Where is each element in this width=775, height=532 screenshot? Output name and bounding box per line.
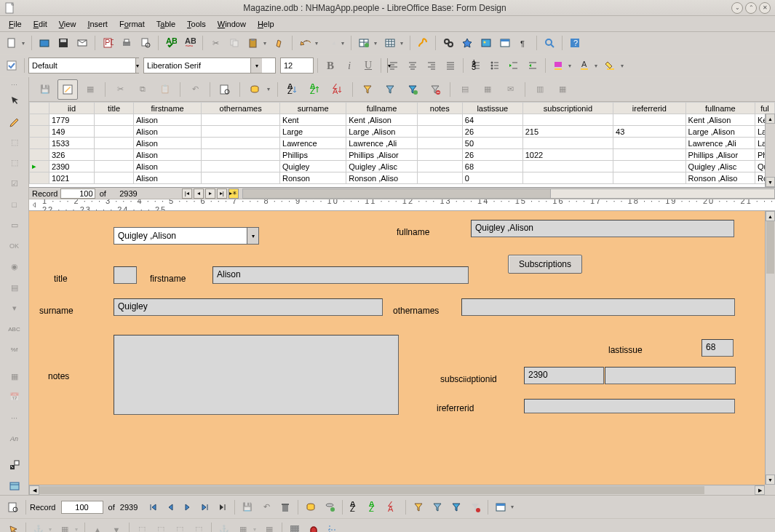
- email-button[interactable]: [73, 34, 91, 52]
- tofront-button[interactable]: ▲: [89, 521, 106, 533]
- spellcheck-button[interactable]: ABC: [162, 34, 180, 52]
- styles-button[interactable]: [3, 57, 20, 74]
- bg-color-button[interactable]: [602, 57, 619, 74]
- col-fullname2[interactable]: fullname: [685, 103, 755, 114]
- wizards-button[interactable]: [5, 456, 24, 475]
- menu-window[interactable]: Window: [212, 18, 252, 30]
- save-button[interactable]: [55, 34, 72, 52]
- table-vscroll[interactable]: ▲▼: [765, 114, 775, 187]
- col-notes[interactable]: notes: [417, 103, 462, 114]
- sort-desc-button[interactable]: ZA: [327, 79, 348, 100]
- prev2-button[interactable]: [162, 499, 178, 515]
- record-select-combo[interactable]: Quigley ,Alison ▾: [114, 227, 259, 245]
- ungroup-button[interactable]: ⬚: [152, 521, 170, 533]
- formfilter-button[interactable]: [448, 499, 465, 516]
- field-subscriptionid-2[interactable]: [605, 367, 736, 384]
- new2-button[interactable]: [215, 499, 231, 515]
- navigator-button[interactable]: [458, 34, 476, 52]
- field-surname[interactable]: Quigley: [114, 298, 383, 316]
- help-button[interactable]: ?: [566, 34, 584, 52]
- form-vscroll[interactable]: ▲▼: [765, 211, 775, 485]
- record-num2-input[interactable]: [61, 501, 103, 514]
- maximize-button[interactable]: ⌃: [745, 2, 757, 14]
- clone-button[interactable]: [271, 34, 288, 52]
- nav-tool[interactable]: An: [5, 430, 24, 448]
- select2-tool[interactable]: [4, 521, 22, 533]
- control-button[interactable]: ⬚: [5, 133, 24, 151]
- arrange2-button[interactable]: ▦: [261, 521, 278, 533]
- align-center-button[interactable]: [404, 57, 421, 74]
- remove-filter-button[interactable]: [425, 79, 445, 100]
- col-ireferrerid[interactable]: ireferrerid: [613, 103, 685, 114]
- ds-dropdown[interactable]: ▾: [511, 504, 517, 510]
- bullets-button[interactable]: [486, 57, 504, 74]
- autofilter-button[interactable]: [357, 79, 378, 100]
- italic-button[interactable]: i: [341, 57, 358, 74]
- col-surname[interactable]: surname: [280, 103, 346, 114]
- exit-group-button[interactable]: ⬚: [190, 521, 207, 533]
- table-row[interactable]: 1779AlisonKentKent ,Alison64Kent ,Alison…: [30, 114, 775, 126]
- undo-button[interactable]: [296, 34, 314, 52]
- menu-edit[interactable]: Edit: [28, 18, 53, 30]
- table-row[interactable]: ▸2390AlisonQuigleyQuigley ,Alisc68Quigle…: [30, 161, 775, 172]
- print-button[interactable]: [118, 34, 135, 52]
- col-iid[interactable]: iid: [49, 103, 94, 114]
- last2-button[interactable]: [197, 499, 213, 515]
- menu-table[interactable]: Table: [151, 18, 181, 30]
- bgcolor-dropdown[interactable]: ▾: [621, 63, 627, 69]
- pushbutton-tool[interactable]: OK: [5, 237, 24, 255]
- menu-tools[interactable]: Tools: [181, 18, 212, 30]
- find-button[interactable]: [440, 34, 457, 52]
- subscriptions-button[interactable]: Subscriptions: [508, 255, 582, 274]
- combo-dropdown-button[interactable]: ▾: [247, 228, 258, 244]
- refresh2-button[interactable]: [302, 499, 319, 516]
- autofilter2-button[interactable]: [410, 499, 427, 516]
- arrange-button[interactable]: ▦: [234, 521, 252, 533]
- datasources-button[interactable]: [496, 34, 514, 52]
- field-lastissue[interactable]: 68: [702, 339, 734, 357]
- form-hscroll[interactable]: ◀▶: [29, 485, 765, 495]
- col-firstname[interactable]: firstname: [134, 103, 202, 114]
- new-dropdown[interactable]: ▾: [22, 40, 28, 47]
- field-othernames[interactable]: [461, 298, 735, 316]
- field-notes[interactable]: [114, 335, 399, 415]
- sort-asc-button[interactable]: AZ: [305, 79, 325, 100]
- sort-button[interactable]: AZ: [282, 79, 303, 100]
- draw-button[interactable]: [414, 34, 432, 52]
- minimize-button[interactable]: ⌄: [731, 2, 743, 14]
- ds-cur-button[interactable]: ▥: [530, 79, 550, 100]
- highlight-dropdown[interactable]: ▾: [568, 63, 574, 69]
- find-record-button[interactable]: [215, 79, 235, 100]
- display-grid-button[interactable]: [286, 521, 303, 533]
- apply-filter-button[interactable]: [380, 79, 400, 100]
- position-button[interactable]: ⚓: [215, 521, 233, 533]
- horizontal-ruler[interactable]: ⨞ 1 · · · 2 · · · 3 · · · 4 · · · 5 · · …: [29, 199, 775, 211]
- paste-dropdown[interactable]: ▾: [263, 40, 269, 47]
- show-grid-button[interactable]: [381, 34, 399, 52]
- listbox-tool[interactable]: ▤: [5, 279, 24, 297]
- sortasc2-button[interactable]: AZ: [365, 499, 383, 516]
- prev-record-button[interactable]: ◂: [194, 188, 204, 199]
- grid-dropdown[interactable]: ▾: [400, 40, 406, 47]
- align-right-button[interactable]: [423, 57, 440, 74]
- new-record-button[interactable]: ▸✳: [228, 188, 239, 199]
- refresh-button[interactable]: [245, 79, 265, 100]
- save-rec-button[interactable]: 💾: [239, 499, 256, 516]
- fontcolor-dropdown[interactable]: ▾: [595, 63, 600, 69]
- cut-button[interactable]: ✂: [207, 34, 224, 52]
- data2-button[interactable]: ▦: [80, 79, 100, 100]
- para-style-input[interactable]: [29, 58, 135, 73]
- refresh-control-button[interactable]: [321, 499, 338, 516]
- preview-button[interactable]: [137, 34, 154, 52]
- menu-format[interactable]: Format: [114, 18, 151, 30]
- last-record-button[interactable]: ▸|: [217, 188, 227, 199]
- copy-button[interactable]: [226, 34, 243, 52]
- data-to-text-button[interactable]: ▤: [455, 79, 475, 100]
- pdf-button[interactable]: PDF: [99, 34, 116, 52]
- save-record-button[interactable]: 💾: [35, 79, 55, 100]
- zoom-button[interactable]: [541, 34, 558, 52]
- guides-button[interactable]: [324, 521, 341, 533]
- standard-filter-button[interactable]: [402, 79, 423, 100]
- numbering-button[interactable]: 123: [467, 57, 485, 74]
- field-title[interactable]: [114, 266, 137, 284]
